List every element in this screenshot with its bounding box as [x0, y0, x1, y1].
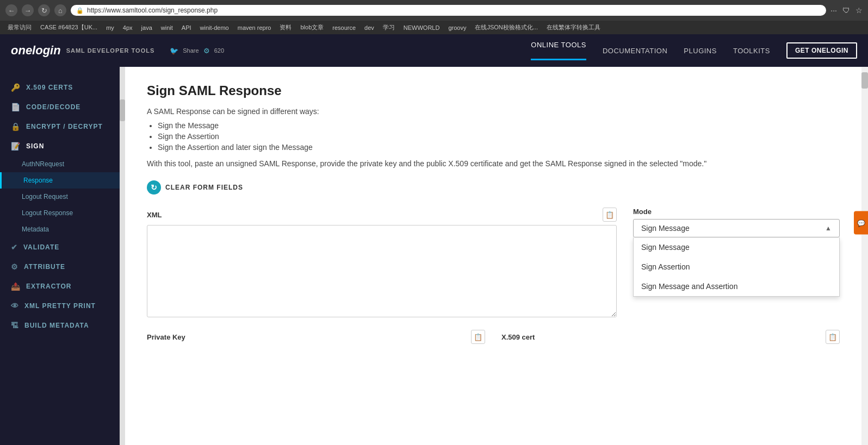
sidebar-scroll-thumb[interactable]: [120, 99, 125, 121]
sidebar-label-xml-print: XML PRETTY PRINT: [24, 302, 96, 310]
chevron-up-icon: ▲: [825, 224, 832, 232]
sidebar-item-build-metadata[interactable]: 🏗 BUILD METADATA: [0, 316, 120, 335]
bookmark-groovy[interactable]: groovy: [446, 24, 468, 32]
bookmark-json[interactable]: 在线JSON校验格式化...: [473, 23, 540, 32]
bookmark-study[interactable]: 学习: [381, 23, 397, 32]
sidebar-item-sign[interactable]: 📝 SIGN: [0, 136, 120, 156]
get-onelogin-button[interactable]: GET ONELOGIN: [786, 42, 857, 59]
bullet-3: Sign the Assertion and later sign the Me…: [158, 143, 840, 152]
sidebar-label-attribute: ATTRIBUTE: [24, 263, 65, 271]
bookmark-winit[interactable]: winit: [159, 24, 175, 32]
sidebar-item-xml-print[interactable]: 👁 XML PRETTY PRINT: [0, 296, 120, 316]
intro-text: A SAML Response can be signed in differe…: [147, 107, 840, 116]
home-button[interactable]: ⌂: [54, 4, 66, 16]
bookmark-maven[interactable]: maven repro: [235, 24, 274, 32]
private-key-column: Private Key 📋: [147, 330, 485, 347]
sidebar-item-encrypt[interactable]: 🔒 ENCRYPT / DECRYPT: [0, 117, 120, 136]
main-content: Sign SAML Response A SAML Response can b…: [125, 67, 861, 445]
logo-subtitle: SAML DEVELOPER TOOLS: [66, 47, 155, 54]
shield-icon: 🛡: [842, 6, 850, 15]
share-label: Share: [183, 47, 199, 54]
sidebar-item-x509[interactable]: 🔑 X.509 CERTS: [0, 78, 120, 97]
page-scroll-thumb[interactable]: [861, 72, 868, 89]
chat-widget[interactable]: 💬: [854, 211, 868, 234]
logo-area: onelogin SAML DEVELOPER TOOLS: [11, 43, 154, 58]
sidebar-sub-authnrequest[interactable]: AuthNRequest: [0, 156, 120, 172]
sidebar-item-validate[interactable]: ✔ VALIDATE: [0, 237, 120, 257]
bookmark-blob[interactable]: blob文章: [298, 23, 326, 32]
bookmark-4px[interactable]: 4px: [121, 24, 135, 32]
sidebar-scrollbar: [120, 67, 125, 445]
bookmark-case[interactable]: CASE #64823【UK...: [38, 23, 100, 32]
more-icon: ···: [830, 6, 837, 15]
clear-form-button[interactable]: ↻ CLEAR FORM FIELDS: [147, 180, 243, 195]
bookmark-resources[interactable]: 资料: [277, 23, 294, 32]
page-scrollbar: [861, 67, 868, 445]
mode-select-display[interactable]: Sign Message ▲: [633, 219, 840, 237]
mode-label-row: Mode: [633, 208, 840, 216]
nav-plugins[interactable]: PLUGINS: [684, 47, 717, 55]
xml-copy-button[interactable]: 📋: [603, 208, 617, 222]
mode-column: Mode Sign Message ▲ Sign Message Sign As…: [633, 208, 840, 319]
bookmark-java[interactable]: java: [139, 24, 154, 32]
form-row: XML 📋 Mode Sign Message ▲: [147, 208, 840, 319]
bookmark-my[interactable]: my: [104, 24, 116, 32]
sidebar-label-x509: X.509 CERTS: [26, 84, 73, 91]
top-nav-links: ONLINE TOOLS DOCUMENTATION PLUGINS TOOLK…: [531, 41, 857, 60]
mode-option-sign-assertion[interactable]: Sign Assertion: [634, 257, 839, 277]
description-text: With this tool, paste an unsigned SAML R…: [147, 158, 840, 170]
mode-selected-value: Sign Message: [641, 224, 690, 233]
nav-documentation[interactable]: DOCUMENTATION: [603, 47, 667, 55]
x509-cert-copy-button[interactable]: 📋: [826, 330, 840, 344]
address-bar[interactable]: 🔒 https://www.samltool.com/sign_response…: [71, 5, 826, 16]
sidebar-label-extractor: EXTRACTOR: [26, 283, 71, 290]
back-button[interactable]: ←: [5, 4, 17, 16]
xml-column: XML 📋: [147, 208, 617, 319]
sidebar-sub-logout-response[interactable]: Logout Response: [0, 205, 120, 221]
twitter-icon[interactable]: 🐦: [170, 47, 178, 55]
bookmark-convert[interactable]: 在线繁体字转换工具: [544, 23, 603, 32]
main-wrapper: onelogin SAML DEVELOPER TOOLS 🐦 Share ⚙ …: [0, 34, 868, 445]
private-key-copy-button[interactable]: 📋: [471, 330, 485, 344]
xml-print-icon: 👁: [11, 302, 19, 310]
forward-button[interactable]: →: [22, 4, 34, 16]
bookmark-dev[interactable]: dev: [362, 24, 376, 32]
sidebar-sub-logout-request[interactable]: Logout Request: [0, 189, 120, 205]
bullet-1: Sign the Message: [158, 121, 840, 130]
sidebar-item-attribute[interactable]: ⚙ ATTRIBUTE: [0, 257, 120, 277]
encrypt-icon: 🔒: [11, 122, 21, 131]
mode-dropdown: Sign Message Sign Assertion Sign Message…: [633, 237, 840, 297]
logo-text: onelogin: [11, 43, 61, 58]
sidebar-sub-response[interactable]: Response: [0, 172, 120, 189]
sidebar-item-extractor[interactable]: 📤 EXTRACTOR: [0, 277, 120, 296]
browser-chrome: ← → ↻ ⌂ 🔒 https://www.samltool.com/sign_…: [0, 0, 868, 21]
social-icons: 🐦 Share ⚙ 620: [170, 47, 224, 55]
sidebar-sub-metadata[interactable]: Metadata: [0, 221, 120, 237]
bookmark-api[interactable]: API: [179, 24, 194, 32]
sidebar-label-build: BUILD METADATA: [24, 322, 89, 329]
sidebar: 🔑 X.509 CERTS 📄 CODE/DECODE 🔒 ENCRYPT / …: [0, 67, 120, 445]
content-wrapper: 🔑 X.509 CERTS 📄 CODE/DECODE 🔒 ENCRYPT / …: [0, 67, 868, 445]
bookmark-resource[interactable]: resource: [330, 24, 358, 32]
private-key-label-row: Private Key 📋: [147, 330, 485, 344]
top-nav: onelogin SAML DEVELOPER TOOLS 🐦 Share ⚙ …: [0, 34, 868, 67]
bullet-2: Sign the Assertion: [158, 132, 840, 141]
nav-toolkits[interactable]: TOOLKITS: [733, 47, 770, 55]
bookmark-newworld[interactable]: NEWWORLD: [401, 24, 442, 32]
xml-input[interactable]: [147, 225, 617, 317]
github-icon[interactable]: ⚙: [203, 47, 210, 55]
bullet-list: Sign the Message Sign the Assertion Sign…: [158, 121, 840, 152]
bottom-row: Private Key 📋 X.509 cert 📋: [147, 330, 840, 347]
sidebar-item-code-decode[interactable]: 📄 CODE/DECODE: [0, 97, 120, 117]
mode-option-sign-message[interactable]: Sign Message: [634, 237, 839, 257]
mode-option-sign-both[interactable]: Sign Message and Assertion: [634, 277, 839, 296]
bookmark-recent[interactable]: 最常访问: [5, 23, 34, 32]
browser-menu-icons: ··· 🛡 ☆: [830, 6, 863, 15]
refresh-icon: ↻: [147, 180, 161, 195]
bookmark-winit-demo[interactable]: winit-demo: [198, 24, 231, 32]
reload-button[interactable]: ↻: [38, 4, 50, 16]
nav-online-tools[interactable]: ONLINE TOOLS: [531, 41, 586, 60]
star-icon: ☆: [855, 6, 863, 15]
build-icon: 🏗: [11, 321, 19, 330]
sidebar-label-encrypt: ENCRYPT / DECRYPT: [26, 123, 103, 130]
